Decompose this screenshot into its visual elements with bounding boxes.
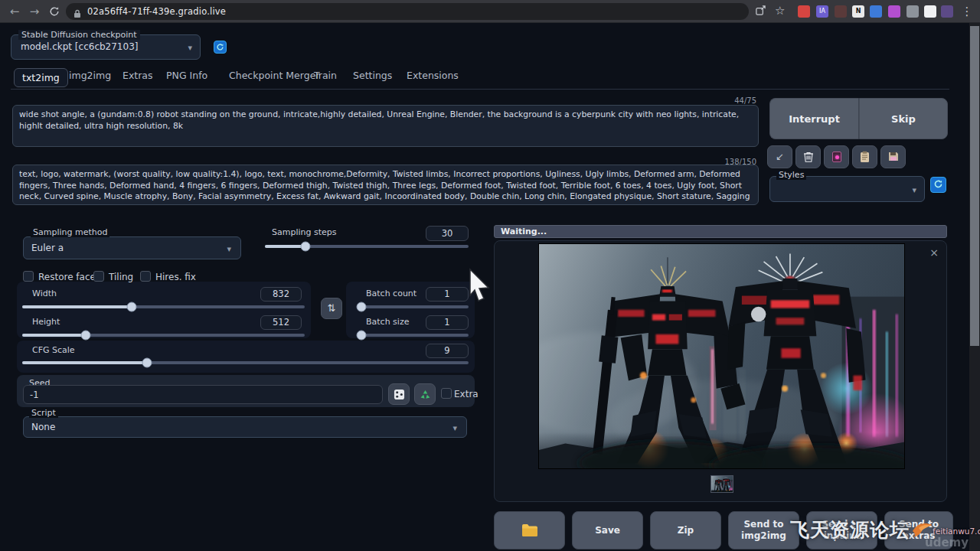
cfg-scale-label: CFG Scale	[32, 345, 75, 355]
skip-button[interactable]: Skip	[859, 98, 948, 139]
height-slider[interactable]	[22, 329, 305, 340]
restore-faces-label: Restore faces	[38, 272, 100, 282]
sampling-method-value: Euler a	[31, 243, 64, 253]
sampling-method-dropdown[interactable]: Euler a ▾	[23, 236, 241, 259]
random-seed-button[interactable]	[388, 383, 410, 405]
watermark-site: feitianwu7.com	[933, 527, 980, 536]
save-style-button[interactable]	[880, 145, 906, 168]
tabs-divider	[11, 89, 949, 90]
seed-input[interactable]: -1	[23, 385, 383, 404]
width-slider[interactable]	[22, 301, 305, 311]
sampling-steps-input[interactable]: 30	[426, 226, 469, 241]
generated-image[interactable]	[539, 244, 904, 468]
ext-icon-6[interactable]	[888, 5, 900, 18]
interrupt-button[interactable]: Interrupt	[769, 98, 859, 139]
swap-dimensions-button[interactable]: ⇅	[321, 298, 342, 319]
cfg-scale-slider[interactable]	[22, 357, 469, 367]
ext-icon-5[interactable]	[870, 5, 882, 18]
prompt-input[interactable]: wide shot angle, a (gundam:0.8) robot st…	[12, 105, 759, 147]
save-button[interactable]: Save	[572, 511, 643, 549]
styles-label: Styles	[776, 170, 806, 180]
ext-icon-3[interactable]	[835, 5, 847, 18]
output-gallery: ×	[494, 240, 947, 502]
extra-networks-button[interactable]	[824, 145, 849, 168]
batch-size-input[interactable]: 1	[426, 315, 469, 330]
reuse-seed-button[interactable]	[414, 383, 436, 405]
browser-menu-icon[interactable]: ⋮	[959, 3, 975, 20]
ext-icon-7[interactable]	[906, 5, 919, 18]
progress-bar: Waiting...	[494, 225, 947, 238]
forward-icon[interactable]: →	[26, 3, 43, 20]
tab-settings[interactable]: Settings	[353, 70, 392, 81]
sampling-method-label: Sampling method	[31, 227, 109, 237]
watermark: 飞天资源论坛 feitianwu7.com udemy	[790, 514, 977, 548]
batch-count-slider[interactable]	[357, 301, 469, 311]
profile-avatar[interactable]	[941, 5, 953, 18]
hires-fix-checkbox[interactable]	[140, 271, 151, 282]
checkpoint-refresh-button[interactable]	[214, 41, 227, 54]
ext-icon-4[interactable]: N	[852, 5, 864, 18]
batch-size-slider[interactable]	[357, 329, 469, 340]
back-icon[interactable]: ←	[6, 3, 23, 20]
tab-extras[interactable]: Extras	[122, 70, 153, 81]
dice-icon	[394, 389, 405, 400]
send-to-img2img-button[interactable]: Send to img2img	[728, 511, 799, 549]
share-icon[interactable]	[755, 5, 766, 18]
tab-png-info[interactable]: PNG Info	[166, 70, 207, 81]
seed-value: -1	[30, 390, 38, 400]
ext-icon-2[interactable]: IA	[816, 5, 828, 18]
restore-faces-checkbox[interactable]	[23, 271, 34, 282]
reload-icon[interactable]	[46, 3, 63, 20]
recycle-icon	[420, 389, 431, 400]
mouse-cursor	[467, 268, 493, 305]
batch-size-label: Batch size	[366, 317, 409, 327]
negative-prompt-input[interactable]: text, logo, watermark, (worst quality, l…	[12, 165, 759, 205]
zip-button[interactable]: Zip	[650, 511, 721, 549]
floppy-disk-icon	[888, 151, 899, 162]
extra-networks-icon	[832, 152, 841, 162]
clear-prompt-button[interactable]	[795, 145, 821, 168]
progress-text: Waiting...	[501, 227, 547, 236]
hires-fix-label: Hires. fix	[155, 272, 196, 282]
prompt-counter: 44/75	[689, 96, 756, 105]
tab-train[interactable]: Train	[314, 70, 337, 81]
styles-dropdown[interactable]: ▾	[769, 176, 925, 202]
swap-icon: ⇅	[328, 302, 336, 314]
close-icon[interactable]: ×	[929, 247, 939, 258]
apply-style-button[interactable]	[852, 145, 877, 168]
sampling-steps-slider[interactable]	[265, 240, 469, 251]
url-text: 02a56ff4-71ff-439e.gradio.live	[87, 6, 226, 17]
chevron-down-icon: ▾	[452, 423, 457, 433]
width-input[interactable]: 832	[260, 287, 302, 302]
tab-img2img[interactable]: img2img	[69, 70, 111, 81]
tab-txt2img[interactable]: txt2img	[14, 68, 68, 87]
height-input[interactable]: 512	[260, 315, 302, 330]
styles-refresh-button[interactable]	[930, 177, 946, 193]
height-label: Height	[32, 317, 60, 327]
ext-icon-1[interactable]	[798, 5, 810, 18]
clipboard-icon	[860, 151, 870, 163]
sampling-steps-label: Sampling steps	[272, 227, 337, 237]
extra-seed-checkbox[interactable]	[441, 388, 452, 399]
bookmark-star-icon[interactable]: ☆	[775, 4, 785, 18]
address-bar[interactable]: 02a56ff4-71ff-439e.gradio.live	[66, 3, 749, 20]
script-dropdown[interactable]: None ▾	[23, 416, 467, 438]
gallery-thumbnail[interactable]	[710, 475, 733, 493]
scrollbar-thumb[interactable]	[970, 26, 979, 346]
tiling-checkbox[interactable]	[93, 271, 104, 282]
checkpoint-label: Stable Diffusion checkpoint	[18, 30, 140, 40]
ext-icon-8[interactable]	[924, 5, 936, 18]
script-value: None	[31, 422, 55, 432]
batch-count-input[interactable]: 1	[426, 287, 469, 302]
checkpoint-value: model.ckpt [cc6cb27103]	[21, 41, 138, 52]
tab-extensions[interactable]: Extensions	[407, 70, 459, 81]
watermark-corner: udemy	[925, 536, 969, 549]
chevron-down-icon: ▾	[912, 185, 916, 195]
open-folder-button[interactable]	[494, 511, 565, 549]
script-label: Script	[29, 408, 58, 418]
trash-icon	[803, 151, 814, 163]
screen: ← → 02a56ff4-71ff-439e.gradio.live ☆ IA …	[0, 0, 980, 551]
paste-params-button[interactable]: ↙	[767, 145, 792, 168]
tab-checkpoint-merger[interactable]: Checkpoint Merger	[229, 70, 319, 81]
arrow-down-left-icon: ↙	[776, 151, 784, 162]
